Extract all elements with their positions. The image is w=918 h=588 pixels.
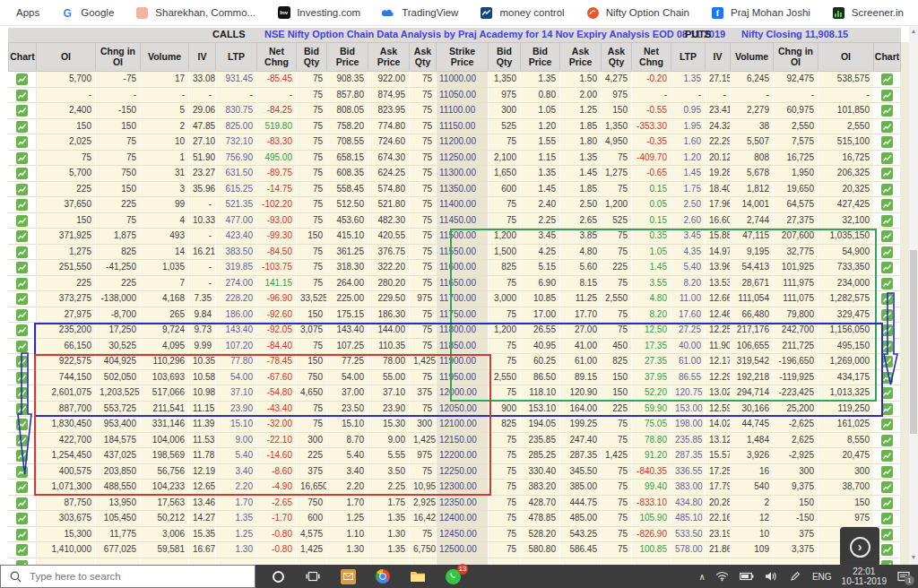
cell: 1.25 xyxy=(560,103,602,119)
cortana-icon[interactable] xyxy=(268,566,288,586)
chart-icon[interactable] xyxy=(8,307,37,324)
chart-icon[interactable] xyxy=(8,245,37,261)
whatsapp-icon[interactable]: 13 xyxy=(443,566,463,586)
chart-icon[interactable] xyxy=(8,323,37,339)
chart-icon[interactable] xyxy=(8,166,37,182)
bookmark-item[interactable]: Praj Investments xyxy=(914,3,918,23)
chart-icon[interactable] xyxy=(874,260,901,276)
chart-icon[interactable] xyxy=(8,385,37,402)
scrollbar-up-icon[interactable]: ▲ xyxy=(909,26,918,37)
chart-icon[interactable] xyxy=(874,229,901,245)
chart-icon[interactable] xyxy=(8,260,37,276)
cell: 10 xyxy=(731,527,774,543)
bookmark-item[interactable]: fPraj Mohan Joshi xyxy=(700,3,821,23)
cell: 677,025 xyxy=(96,542,141,558)
chart-icon[interactable] xyxy=(874,88,901,104)
taskview-icon[interactable] xyxy=(303,566,323,586)
chart-icon[interactable] xyxy=(874,370,901,386)
scrollbar-down-icon[interactable]: ▼ xyxy=(909,552,918,563)
chart-icon[interactable] xyxy=(874,291,901,307)
chart-icon[interactable] xyxy=(874,448,901,464)
chart-icon[interactable] xyxy=(874,433,901,449)
cell: 750 xyxy=(297,370,327,386)
cell: 15.88 xyxy=(706,229,731,245)
chart-icon[interactable] xyxy=(8,276,37,292)
chart-icon[interactable] xyxy=(8,229,37,245)
chart-icon[interactable] xyxy=(8,213,37,229)
chart-icon[interactable] xyxy=(874,151,901,167)
tray-chevron-up-icon[interactable]: ∧ xyxy=(699,572,706,582)
chart-icon[interactable] xyxy=(8,433,37,449)
explorer-icon[interactable] xyxy=(408,566,428,586)
wifi-icon[interactable] xyxy=(715,570,730,583)
chart-icon[interactable] xyxy=(8,370,37,386)
scrollbar-thumb[interactable] xyxy=(910,250,917,434)
chart-icon[interactable] xyxy=(874,339,901,355)
chart-icon[interactable] xyxy=(874,245,901,261)
chart-icon[interactable] xyxy=(8,511,37,527)
chart-icon[interactable] xyxy=(874,323,901,339)
bookmark-item[interactable]: Apps xyxy=(5,4,50,22)
chart-icon[interactable] xyxy=(874,402,901,418)
bookmark-item[interactable]: InvInvesting.com xyxy=(266,3,371,23)
chart-icon[interactable] xyxy=(874,103,901,119)
pen-icon[interactable] xyxy=(788,570,802,583)
chart-icon[interactable] xyxy=(874,182,901,198)
chart-icon[interactable] xyxy=(8,464,37,480)
chart-icon[interactable] xyxy=(874,134,901,151)
bookmark-item[interactable]: Nifty Option Chain xyxy=(576,3,700,23)
chart-icon[interactable] xyxy=(8,527,37,543)
chart-icon[interactable] xyxy=(8,448,37,464)
chart-icon[interactable] xyxy=(8,119,37,135)
chart-icon[interactable] xyxy=(8,72,37,88)
chart-icon[interactable] xyxy=(8,339,37,355)
bookmark-item[interactable]: TradingView xyxy=(371,3,469,23)
battery-icon[interactable] xyxy=(740,570,754,583)
chart-icon[interactable] xyxy=(874,480,901,496)
volume-icon[interactable] xyxy=(764,570,778,583)
chart-icon[interactable] xyxy=(8,197,37,213)
chart-icon[interactable] xyxy=(8,542,37,558)
mail-icon[interactable] xyxy=(338,566,358,586)
chart-icon[interactable] xyxy=(874,197,901,213)
chart-icon[interactable] xyxy=(8,558,37,566)
chart-icon[interactable] xyxy=(874,307,901,324)
bookmark-item[interactable]: Screener.in xyxy=(821,3,914,23)
chart-icon[interactable] xyxy=(874,213,901,229)
chart-icon[interactable] xyxy=(874,354,901,370)
notifications-icon[interactable]: 1 xyxy=(896,570,911,583)
chart-icon[interactable] xyxy=(874,417,901,433)
expand-button[interactable]: › xyxy=(840,527,879,566)
chart-icon[interactable] xyxy=(874,276,901,292)
chart-icon[interactable] xyxy=(8,134,37,151)
chrome-icon[interactable] xyxy=(373,566,393,586)
language-indicator[interactable]: ENG xyxy=(812,572,832,582)
chart-icon[interactable] xyxy=(874,119,901,135)
bookmark-item[interactable]: GGoogle xyxy=(50,3,125,23)
taskbar-clock[interactable]: 22:01 10-11-2019 xyxy=(842,566,887,587)
taskbar-search[interactable] xyxy=(0,565,255,588)
chart-icon[interactable] xyxy=(8,480,37,496)
chart-icon[interactable] xyxy=(8,182,37,198)
chart-icon[interactable] xyxy=(8,496,37,512)
chart-icon[interactable] xyxy=(8,151,37,167)
chart-icon[interactable] xyxy=(8,103,37,119)
chart-icon[interactable] xyxy=(874,511,901,527)
cell: 16,425 xyxy=(410,511,437,527)
scrollbar[interactable]: ▲ ▼ xyxy=(909,26,918,565)
cell: 975 xyxy=(410,291,437,307)
chart-icon[interactable] xyxy=(874,464,901,480)
chart-icon[interactable] xyxy=(874,385,901,402)
search-input[interactable] xyxy=(30,571,227,582)
chart-icon[interactable] xyxy=(874,72,901,88)
chart-icon[interactable] xyxy=(8,417,37,433)
chart-icon[interactable] xyxy=(8,354,37,370)
chart-icon[interactable] xyxy=(874,496,901,512)
bookmark-item[interactable]: Sharekhan, Commo... xyxy=(125,3,266,23)
chart-icon[interactable] xyxy=(8,88,37,104)
cell: 375 xyxy=(410,385,437,402)
chart-icon[interactable] xyxy=(8,291,37,307)
bookmark-item[interactable]: money control xyxy=(469,3,575,23)
chart-icon[interactable] xyxy=(8,402,37,418)
chart-icon[interactable] xyxy=(874,166,901,182)
